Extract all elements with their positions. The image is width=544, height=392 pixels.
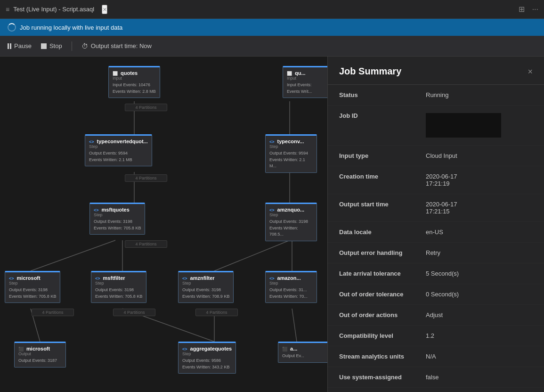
pause-button[interactable]: Pause xyxy=(8,42,32,49)
node-stat: Events Written: 705.8 KB xyxy=(95,294,142,300)
more-button[interactable]: ··· xyxy=(532,5,538,14)
node-stat: Events Written: 705.8 KB xyxy=(94,225,141,232)
node-stat: Output Events: 3198 xyxy=(95,287,142,294)
diagram-node-msftquotes[interactable]: <> msftquotes Step Output Events: 3198Ev… xyxy=(89,203,145,235)
node-stat: Events Written: 70... xyxy=(269,294,313,300)
summary-row: Data localeen-US xyxy=(328,222,544,243)
tab-close-button[interactable]: × xyxy=(102,5,107,14)
node-title: <> amazon... xyxy=(269,275,313,281)
summary-row-value: N/A xyxy=(422,346,544,367)
summary-row: Use system-assignedfalse xyxy=(328,367,544,388)
summary-row: Input typeCloud Input xyxy=(328,146,544,166)
node-stat: Output Events: 3198 xyxy=(269,219,313,225)
partition-label: 4 Partitions xyxy=(195,309,238,316)
node-stat: Events Written: 705.8 KB xyxy=(9,294,56,300)
node-title: <> msftfilter xyxy=(95,275,142,281)
summary-row: StatusRunning xyxy=(328,85,544,106)
diagram-node-aggregatequotes[interactable]: <> aggregatequotes Step Output Events: 9… xyxy=(178,342,236,374)
summary-rows-container: StatusRunningJob IDInput typeCloud Input… xyxy=(328,85,544,388)
partition-label: 4 Partitions xyxy=(113,309,155,316)
diagram-node-msftfilter[interactable]: <> msftfilter Step Output Events: 3198Ev… xyxy=(91,271,146,303)
summary-row-label: Output start time xyxy=(328,194,422,221)
partition-label: 4 Partitions xyxy=(32,309,74,316)
node-stat: Events Written: 2.8 MB xyxy=(113,89,156,95)
diagram-node-microsoft[interactable]: <> microsoft Step Output Events: 3198Eve… xyxy=(5,271,60,303)
svg-line-4 xyxy=(31,240,115,271)
title-bar-left: ≡ Test (Live Input) - Script.asaql × xyxy=(6,5,107,14)
node-title: <> aggregatequotes xyxy=(182,346,232,351)
output-time-label: Output start time: Now xyxy=(91,42,152,49)
partition-label: 4 Partitions xyxy=(125,104,167,111)
node-stat: Input Events: xyxy=(287,82,327,89)
summary-row-label: Out of order actions xyxy=(328,305,422,325)
node-stat: Output Events: 9594 xyxy=(269,150,313,157)
summary-row-label: Out of order tolerance xyxy=(328,284,422,304)
node-stat: Output Events: 3187 xyxy=(18,358,62,364)
diagram-area[interactable]: ⬜ quotes Input Input Events: 10476Events… xyxy=(0,57,327,392)
svg-line-6 xyxy=(214,240,290,271)
summary-row-value: 0 Second(s) xyxy=(422,284,544,304)
job-summary-title: Job Summary xyxy=(339,66,401,77)
diagram-node-amazon_out[interactable]: ⬛ a... Output Ev... xyxy=(278,342,327,363)
job-summary-close-button[interactable]: × xyxy=(528,67,533,76)
pause-icon xyxy=(8,43,11,49)
summary-row: Late arrival tolerance5 Second(s) xyxy=(328,263,544,284)
menu-icon: ≡ xyxy=(6,6,9,13)
node-title: ⬛ a... xyxy=(282,346,325,351)
summary-row-label: Use system-assigned xyxy=(328,367,422,387)
layout-button[interactable]: ⊞ xyxy=(519,5,525,14)
diagram-node-microsoft_out[interactable]: ⬛ microsoft Output Output Events: 3187 xyxy=(14,342,66,368)
node-title: <> msftquotes xyxy=(94,207,141,212)
diagram-node-typeconverted1[interactable]: <> typeconvertedquot... Step Output Even… xyxy=(85,134,152,166)
summary-row-label: Creation time xyxy=(328,166,422,194)
job-id-redacted xyxy=(426,113,501,138)
diagram-node-amazon[interactable]: <> amazon... Step Output Events: 31...Ev… xyxy=(265,271,317,303)
node-subtitle: Step xyxy=(182,351,232,356)
summary-row-label: Status xyxy=(328,85,422,105)
node-stat: Input Events: 10476 xyxy=(113,82,156,89)
diagram-node-amznquotes[interactable]: <> amznquo... Step Output Events: 3198Ev… xyxy=(265,203,317,241)
node-stat: Output Events: 9594 xyxy=(89,150,148,157)
node-title: ⬛ microsoft xyxy=(18,346,62,351)
node-title: ⬜ quotes xyxy=(113,70,156,76)
summary-row-label: Compatibility level xyxy=(328,326,422,346)
summary-row-value xyxy=(422,106,544,145)
summary-row-value: Adjust xyxy=(422,305,544,325)
summary-row-label: Late arrival tolerance xyxy=(328,263,422,284)
tab-title: Test (Live Input) - Script.asaql xyxy=(13,6,94,13)
loading-spinner xyxy=(8,23,16,32)
title-bar: ≡ Test (Live Input) - Script.asaql × ⊞ ·… xyxy=(0,0,544,19)
title-bar-right: ⊞ ··· xyxy=(519,5,538,14)
node-subtitle: Input xyxy=(113,76,156,81)
node-stat: Output Events: 9586 xyxy=(182,358,232,364)
status-text: Job running locally with live input data xyxy=(20,24,122,31)
stop-icon xyxy=(41,43,47,49)
stop-button[interactable]: Stop xyxy=(41,42,62,49)
summary-row-value: 2020-06-17 17:21:19 xyxy=(422,166,544,194)
output-time-button[interactable]: ⏱ Output start time: Now xyxy=(81,42,152,50)
diagram-node-quotes1[interactable]: ⬜ quotes Input Input Events: 10476Events… xyxy=(108,66,160,98)
summary-row-label: Input type xyxy=(328,146,422,166)
summary-row: Out of order actionsAdjust xyxy=(328,305,544,326)
toolbar: Pause Stop ⏱ Output start time: Now xyxy=(0,36,544,57)
node-title: <> microsoft xyxy=(9,275,56,281)
node-title: <> amznquo... xyxy=(269,207,313,212)
node-stat: Output Ev... xyxy=(282,353,325,359)
summary-row-label: Output error handling xyxy=(328,243,422,263)
node-stat: Events Written: 708.5... xyxy=(269,225,313,238)
diagram-node-quotes2[interactable]: ⬜ qu... Input Input Events:Events Writ..… xyxy=(283,66,327,98)
node-subtitle: Step xyxy=(9,281,56,286)
summary-row-value: 1.2 xyxy=(422,326,544,346)
summary-row-label: Data locale xyxy=(328,222,422,242)
partition-label: 4 Partitions xyxy=(125,174,167,182)
summary-row-value: en-US xyxy=(422,222,544,242)
node-subtitle: Step xyxy=(269,281,313,286)
partition-label: 4 Partitions xyxy=(125,240,167,248)
diagram-node-typeconverted2[interactable]: <> typeconv... Step Output Events: 9594E… xyxy=(265,134,317,173)
diagram-node-amznfilter[interactable]: <> amznfilter Step Output Events: 3198Ev… xyxy=(178,271,234,303)
node-title: <> typeconv... xyxy=(269,139,313,144)
node-stat: Events Writ... xyxy=(287,89,327,95)
node-subtitle: Step xyxy=(95,281,142,286)
node-subtitle: Step xyxy=(269,212,313,217)
node-stat: Events Written: 2.1 MB xyxy=(89,157,148,163)
